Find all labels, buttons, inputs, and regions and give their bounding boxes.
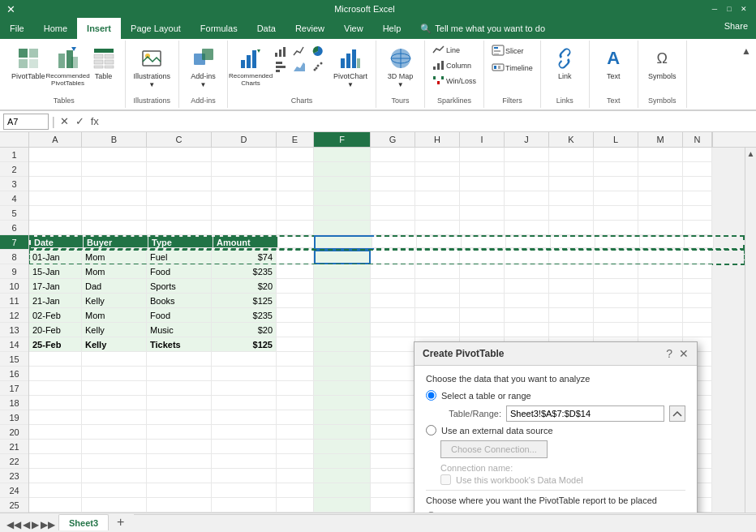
pie-chart-btn[interactable] — [309, 44, 327, 58]
cell-d13[interactable]: $20 — [212, 323, 277, 337]
cell-c14[interactable]: Tickets — [147, 337, 212, 352]
cell-h11[interactable] — [415, 294, 460, 308]
cell-m10[interactable] — [638, 279, 683, 294]
cell-g12[interactable] — [371, 308, 415, 323]
row-num-20[interactable]: 20 — [0, 425, 28, 440]
cell-e11[interactable] — [277, 294, 314, 308]
cell-h3[interactable] — [415, 177, 460, 191]
tab-formulas[interactable]: Formulas — [191, 18, 247, 39]
cell-b9[interactable]: Mom — [82, 264, 147, 279]
cell-c10[interactable]: Sports — [147, 279, 212, 294]
cell-c2[interactable] — [147, 162, 212, 177]
workbook-model-checkbox[interactable] — [440, 474, 451, 485]
cell-l5[interactable] — [594, 206, 638, 221]
cell-m12[interactable] — [638, 308, 683, 323]
cell-j2[interactable] — [505, 162, 549, 177]
cell-a7[interactable]: Date — [31, 237, 84, 248]
cancel-formula-icon[interactable]: ✕ — [58, 115, 71, 127]
cell-j5[interactable] — [505, 206, 549, 221]
cell-c8[interactable]: Fuel — [147, 250, 212, 264]
cell-i6[interactable] — [460, 221, 505, 235]
bar-chart-btn[interactable] — [272, 59, 290, 74]
table-range-input[interactable] — [506, 405, 664, 422]
row-num-24[interactable]: 24 — [0, 483, 28, 498]
cell-i10[interactable] — [460, 279, 505, 294]
cell-a4[interactable] — [29, 191, 82, 206]
cell-c13[interactable]: Music — [147, 323, 212, 337]
cell-n8[interactable] — [683, 250, 712, 264]
ribbon-collapse-btn[interactable]: ▲ — [740, 44, 753, 58]
symbols-btn[interactable]: Ω Symbols — [645, 44, 680, 82]
cell-i9[interactable] — [460, 264, 505, 279]
tab-file[interactable]: File — [0, 18, 34, 39]
cell-i12[interactable] — [460, 308, 505, 323]
col-header-c[interactable]: C — [147, 132, 212, 147]
cell-f12[interactable] — [314, 308, 371, 323]
col-header-d[interactable]: D — [212, 132, 277, 147]
cell-e9[interactable] — [277, 264, 314, 279]
cell-m2[interactable] — [638, 162, 683, 177]
insert-function-icon[interactable]: fx — [89, 115, 101, 127]
cell-l10[interactable] — [594, 279, 638, 294]
cell-b14[interactable]: Kelly — [82, 337, 147, 352]
row-num-4[interactable]: 4 — [0, 191, 28, 206]
table-range-collapse-btn[interactable] — [669, 405, 685, 422]
row-num-13[interactable]: 13 — [0, 323, 28, 337]
add-sheet-btn[interactable]: + — [110, 513, 131, 531]
choose-connection-btn[interactable]: Choose Connection... — [440, 440, 548, 458]
tab-review[interactable]: Review — [286, 18, 334, 39]
row-num-7[interactable]: 7 — [0, 235, 28, 250]
cell-m13[interactable] — [638, 323, 683, 337]
row-num-16[interactable]: 16 — [0, 367, 28, 381]
cell-k1[interactable] — [549, 148, 594, 162]
cell-j13[interactable] — [505, 323, 549, 337]
tab-help[interactable]: Help — [373, 18, 411, 39]
cell-e2[interactable] — [277, 162, 314, 177]
cell-n2[interactable] — [683, 162, 712, 177]
cell-h5[interactable] — [415, 206, 460, 221]
cell-j10[interactable] — [505, 279, 549, 294]
cell-a2[interactable] — [29, 162, 82, 177]
cell-c5[interactable] — [147, 206, 212, 221]
cell-l7[interactable] — [595, 237, 640, 248]
cell-i11[interactable] — [460, 294, 505, 308]
cell-e13[interactable] — [277, 323, 314, 337]
col-header-h[interactable]: H — [415, 132, 460, 147]
cell-g11[interactable] — [371, 294, 415, 308]
cell-k4[interactable] — [549, 191, 594, 206]
cell-n7[interactable] — [685, 237, 714, 248]
col-header-g[interactable]: G — [371, 132, 415, 147]
cell-d3[interactable] — [212, 177, 277, 191]
cell-i5[interactable] — [460, 206, 505, 221]
cell-c1[interactable] — [147, 148, 212, 162]
cell-g7[interactable] — [372, 237, 417, 248]
row-num-17[interactable]: 17 — [0, 381, 28, 396]
cell-c6[interactable] — [147, 221, 212, 235]
cell-f6[interactable] — [314, 221, 371, 235]
cell-e1[interactable] — [277, 148, 314, 162]
cell-e7[interactable] — [278, 237, 316, 248]
cell-c4[interactable] — [147, 191, 212, 206]
row-num-10[interactable]: 10 — [0, 279, 28, 294]
cell-b13[interactable]: Kelly — [82, 323, 147, 337]
cell-d10[interactable]: $20 — [212, 279, 277, 294]
column-sparkline-btn[interactable]: Column — [430, 59, 479, 72]
cell-k11[interactable] — [549, 294, 594, 308]
cell-n9[interactable] — [683, 264, 712, 279]
cell-n10[interactable] — [683, 279, 712, 294]
cell-k8[interactable] — [549, 250, 594, 264]
cell-g5[interactable] — [371, 206, 415, 221]
cell-f15[interactable] — [314, 352, 371, 367]
cell-a15[interactable] — [29, 352, 82, 367]
cell-j12[interactable] — [505, 308, 549, 323]
table-btn[interactable]: Table — [88, 44, 120, 82]
cell-m7[interactable] — [640, 237, 685, 248]
col-header-k[interactable]: K — [549, 132, 594, 147]
sheet-nav-next[interactable]: ▶ — [32, 519, 39, 530]
cell-a10[interactable]: 17-Jan — [29, 279, 82, 294]
cell-e8[interactable] — [277, 250, 314, 264]
formula-input[interactable] — [104, 114, 753, 130]
cell-l1[interactable] — [594, 148, 638, 162]
cell-g8[interactable] — [371, 250, 415, 264]
cell-e4[interactable] — [277, 191, 314, 206]
